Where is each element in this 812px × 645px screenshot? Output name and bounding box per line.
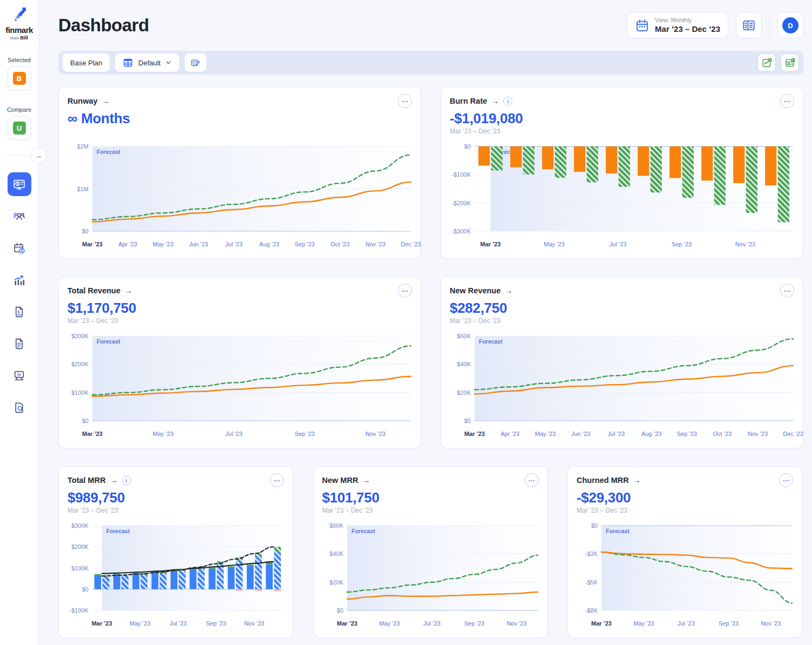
page-title: Dashboard [58, 15, 149, 36]
svg-text:$20K: $20K [329, 579, 343, 586]
sidebar-item-dashboard[interactable] [8, 172, 31, 196]
svg-text:Sep ’23: Sep ’23 [295, 241, 315, 247]
selected-scenario-button[interactable]: B [8, 66, 31, 90]
base-plan-button[interactable]: Base Plan [63, 53, 110, 72]
card-title-link[interactable]: New MRR [322, 476, 358, 485]
header-divider [769, 15, 770, 36]
export-table-button[interactable] [781, 53, 799, 72]
sidebar-item-metrics[interactable] [8, 268, 31, 292]
card-title-link[interactable]: Total Revenue [67, 286, 120, 295]
arrow-right-icon[interactable]: → [505, 286, 512, 295]
selected-label: Selected [8, 57, 31, 63]
sidebar-expand-button[interactable]: → [30, 147, 46, 164]
svg-text:$60K: $60K [329, 522, 343, 529]
svg-text:Sep ’23: Sep ’23 [295, 431, 315, 437]
total-revenue-chart: Forecast$300K$200K$100K$0Mar ’23May ’23J… [67, 332, 413, 440]
info-icon[interactable]: i [122, 476, 131, 485]
dashboard-monitor-icon [12, 178, 26, 191]
svg-text:Mar ’23: Mar ’23 [82, 431, 103, 437]
svg-text:May ’23: May ’23 [544, 241, 565, 247]
metric-value: -$1,019,080 [450, 110, 794, 126]
svg-text:$1M: $1M [77, 186, 89, 192]
ellipsis-icon: ⋯ [402, 98, 409, 105]
svg-text:Jul ’23: Jul ’23 [423, 620, 440, 627]
finmark-logo[interactable]: finmark from Bill [5, 4, 33, 41]
svg-text:Nov ’23: Nov ’23 [748, 431, 768, 437]
arrow-right-icon[interactable]: → [110, 476, 118, 485]
table-view-button[interactable] [736, 12, 762, 38]
card-menu-button[interactable]: ⋯ [780, 284, 794, 298]
date-range-value: Mar ’23 – Dec ’23 [655, 24, 720, 34]
info-icon[interactable]: i [503, 97, 512, 106]
document-search-icon [12, 401, 26, 414]
card-menu-button[interactable]: ⋯ [779, 473, 793, 487]
arrow-right-icon[interactable]: → [362, 476, 370, 485]
svg-text:-$200K: -$200K [452, 200, 471, 206]
svg-text:$20K: $20K [457, 389, 471, 396]
metric-date-range: Mar ’23 – Dec ’23 [67, 317, 412, 325]
date-range-button[interactable]: View: Monthly Mar ’23 – Dec ’23 [627, 12, 728, 38]
svg-text:$300K: $300K [71, 522, 89, 529]
svg-text:Forecast: Forecast [351, 528, 375, 534]
metric-value: $101,750 [322, 489, 539, 506]
chart-add-icon [761, 57, 773, 69]
chevron-down-icon [165, 59, 172, 66]
svg-text:Jun ’23: Jun ’23 [189, 241, 208, 247]
card-menu-button[interactable]: ⋯ [398, 284, 412, 298]
ellipsis-icon: ⋯ [402, 287, 409, 294]
sidebar-item-team[interactable] [8, 204, 31, 228]
svg-text:Mar ’23: Mar ’23 [481, 241, 501, 247]
svg-text:Nov ’23: Nov ’23 [366, 241, 385, 247]
card-title-link[interactable]: New Revenue [450, 286, 500, 295]
sidebar-item-billing-calendar[interactable]: $ [8, 236, 31, 260]
view-mode-label: View: Monthly [655, 17, 692, 24]
arrow-right-icon[interactable]: → [633, 476, 641, 485]
main-content: Dashboard View: Monthly Mar ’23 – Dec ’2… [39, 0, 812, 645]
compare-scenario-badge: U [13, 122, 26, 135]
card-title-link[interactable]: Total MRR [67, 476, 106, 485]
sidebar-item-reports[interactable] [8, 332, 31, 355]
metric-date-range: Mar ’23 – Dec ’23 [67, 507, 284, 515]
sidebar-item-formulas[interactable]: fx [8, 364, 31, 387]
svg-text:$200K: $200K [71, 361, 89, 367]
arrow-right-icon[interactable]: → [125, 286, 132, 295]
svg-text:$40K: $40K [457, 361, 471, 367]
edit-scenario-button[interactable] [185, 53, 206, 72]
card-title-link[interactable]: Burn Rate [450, 97, 487, 105]
arrow-right-icon[interactable]: → [102, 97, 110, 105]
scenario-dropdown[interactable]: Default [115, 53, 179, 72]
avatar-button[interactable]: D [777, 12, 803, 38]
svg-text:-$300K: -$300K [452, 228, 471, 234]
sidebar-nav: $ $ [8, 172, 31, 419]
arrow-right-icon[interactable]: → [491, 97, 499, 105]
burn-rate-chart: Forecast$0-$100K-$200K-$300KMar ’23May ’… [450, 142, 795, 250]
card-menu-button[interactable]: ⋯ [780, 94, 794, 108]
card-menu-button[interactable]: ⋯ [398, 94, 412, 108]
svg-text:Jul ’23: Jul ’23 [607, 431, 625, 437]
report-document-icon [12, 337, 26, 351]
svg-text:Oct ’23: Oct ’23 [713, 431, 732, 437]
svg-text:Forecast: Forecast [97, 149, 120, 155]
new-mrr-chart: Forecast$60K$40K$20K$0Mar ’23May ’23Jul … [322, 521, 540, 629]
sidebar-item-audit[interactable] [8, 395, 31, 419]
ellipsis-icon: ⋯ [528, 477, 535, 484]
card-title-link[interactable]: Churned MRR [577, 476, 629, 485]
svg-text:Sep ’23: Sep ’23 [206, 620, 226, 627]
sidebar-item-financial-doc[interactable]: $ [8, 300, 31, 324]
ellipsis-icon: ⋯ [274, 477, 281, 484]
svg-text:-$3K: -$3K [585, 550, 598, 557]
svg-text:Jun ’23: Jun ’23 [571, 431, 590, 437]
svg-text:May ’23: May ’23 [379, 620, 400, 627]
export-chart-button[interactable] [757, 53, 776, 72]
svg-text:Mar ’23: Mar ’23 [92, 620, 112, 627]
card-menu-button[interactable]: ⋯ [525, 473, 539, 487]
svg-text:$0: $0 [82, 418, 89, 424]
compare-label: Compare [7, 106, 31, 113]
document-dollar-icon: $ [12, 305, 26, 319]
card-menu-button[interactable]: ⋯ [270, 473, 284, 487]
ellipsis-icon: ⋯ [783, 477, 790, 484]
compare-scenario-button[interactable]: U [8, 116, 31, 140]
svg-text:$: $ [21, 248, 23, 253]
card-title-link[interactable]: Runway [67, 97, 98, 105]
selected-scenario-badge: B [13, 72, 26, 85]
